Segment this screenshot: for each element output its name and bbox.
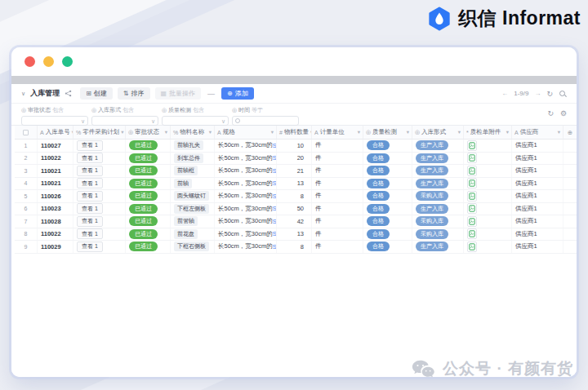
attachment-cell bbox=[464, 140, 512, 152]
table-row: 7110028查看 1已通过前管轴长50cm，宽30cm的SY142件合格采购入… bbox=[15, 215, 577, 228]
minimize-window-button[interactable] bbox=[43, 56, 54, 67]
view-plan-button[interactable]: 查看 1 bbox=[77, 228, 103, 239]
column-header-供应商[interactable]: A供应商▾ bbox=[512, 126, 564, 139]
column-menu-icon[interactable]: ▾ bbox=[558, 129, 560, 135]
inbound-mode-badge: 采购入库 bbox=[416, 216, 448, 226]
collapse-view-icon[interactable]: ∨ bbox=[21, 91, 25, 97]
filter-field-name: 质量检测 bbox=[168, 106, 191, 114]
supplier-cell: 供应商1 bbox=[512, 165, 564, 177]
view-plan-button[interactable]: 查看 1 bbox=[77, 153, 103, 163]
spec-cell: 长50cm，宽30cm的SY1 bbox=[215, 215, 277, 228]
row-number-cell: 2 bbox=[15, 153, 38, 165]
sort-button[interactable]: ⇅ 排序 bbox=[118, 87, 150, 100]
filter-date-input[interactable] bbox=[232, 116, 299, 126]
filter-select[interactable]: ∨ bbox=[91, 116, 158, 126]
supplier-cell: 供应商1 bbox=[512, 153, 564, 165]
add-column-header[interactable]: ⊕ bbox=[564, 126, 577, 139]
column-menu-icon[interactable]: ▾ bbox=[165, 129, 167, 135]
quality-check-badge: 合格 bbox=[367, 179, 390, 188]
refresh-filters-icon[interactable]: ↻ bbox=[547, 109, 554, 117]
link-field-icon: % bbox=[173, 130, 178, 135]
create-button[interactable]: ⊞ 创建 bbox=[80, 87, 113, 100]
filter-select[interactable]: ∨ bbox=[21, 116, 88, 126]
view-plan-button[interactable]: 查看 1 bbox=[77, 166, 103, 176]
approval-status-cell: 已通过 bbox=[126, 228, 171, 241]
row-number: 6 bbox=[24, 206, 28, 211]
gear-icon[interactable]: ⚙ bbox=[560, 109, 567, 117]
quality-check-badge: 合格 bbox=[367, 204, 390, 214]
filter-select[interactable]: ∨ bbox=[162, 116, 229, 126]
text-field-icon: A bbox=[314, 130, 318, 135]
quality-check-cell: 合格 bbox=[363, 215, 412, 228]
view-plan-button[interactable]: 查看 1 bbox=[77, 216, 103, 227]
order-no-cell: 110021 bbox=[38, 165, 74, 177]
view-plan-button[interactable]: 查看 1 bbox=[77, 203, 103, 214]
column-menu-icon[interactable]: ▾ bbox=[209, 129, 212, 135]
filter-group-入库形式: ◎入库形式包含∨ bbox=[91, 106, 158, 126]
view-plan-button[interactable]: 查看 1 bbox=[77, 191, 103, 202]
column-header-审批状态[interactable]: ◎审批状态▾ bbox=[126, 126, 171, 139]
approval-status-badge: 已通过 bbox=[129, 229, 158, 239]
column-header-物料名称[interactable]: %物料名称▾ bbox=[171, 126, 215, 139]
search-icon[interactable] bbox=[559, 90, 567, 98]
row-number: 5 bbox=[24, 193, 28, 199]
row-filler-cell bbox=[564, 178, 577, 190]
next-page-icon[interactable]: → bbox=[534, 90, 541, 97]
quality-check-badge: 合格 bbox=[367, 216, 390, 226]
prev-page-icon[interactable]: ← bbox=[501, 90, 508, 97]
batch-actions-button[interactable]: ▦ 批量操作 bbox=[155, 87, 202, 100]
column-header-计量单位[interactable]: A计量单位▾ bbox=[312, 126, 363, 139]
column-label: 物料名称 bbox=[180, 128, 204, 136]
column-menu-icon[interactable]: ▾ bbox=[407, 129, 409, 135]
view-plan-button[interactable]: 查看 1 bbox=[77, 140, 103, 151]
column-header-规格[interactable]: A规格▾ bbox=[215, 126, 277, 139]
attachment-thumbnail[interactable] bbox=[467, 216, 477, 227]
share-icon[interactable] bbox=[65, 90, 72, 97]
view-plan-button[interactable]: 查看 1 bbox=[77, 242, 103, 252]
row-number-cell: 5 bbox=[15, 190, 38, 202]
attachment-thumbnail[interactable] bbox=[467, 178, 477, 188]
quantity-cell: 8 bbox=[277, 190, 312, 202]
material-name-tag: 下框左侧板 bbox=[174, 204, 209, 214]
column-menu-icon[interactable]: ▾ bbox=[358, 129, 360, 135]
select-all-checkbox[interactable] bbox=[23, 130, 29, 135]
attachment-thumbnail[interactable] bbox=[467, 140, 477, 151]
chrome-strip bbox=[11, 76, 577, 84]
inbound-mode-badge: 采购入库 bbox=[416, 229, 448, 239]
number-field-icon: # bbox=[279, 130, 283, 135]
purchase-plan-cell: 查看 1 bbox=[74, 140, 126, 152]
inbound-mode-cell: 采购入库 bbox=[412, 215, 464, 228]
column-header-入库单号[interactable]: A入库单号▾ bbox=[38, 126, 74, 139]
column-menu-icon[interactable]: ▾ bbox=[121, 129, 123, 135]
add-button[interactable]: ⊕ 添加 bbox=[221, 87, 254, 100]
watermark-text: 公众号 · 有颜有货 bbox=[443, 358, 573, 379]
order-no: 110021 bbox=[41, 167, 61, 175]
maximize-window-button[interactable] bbox=[62, 56, 73, 67]
row-filler-cell bbox=[564, 165, 577, 177]
material-name-tag: 前轴孔夹 bbox=[174, 140, 203, 150]
close-window-button[interactable] bbox=[24, 56, 35, 67]
filter-operator: 包含 bbox=[52, 106, 64, 114]
quantity-value: 20 bbox=[297, 154, 304, 162]
column-header-质量检测[interactable]: ◎质量检测▾ bbox=[363, 126, 412, 139]
quantity-cell: 21 bbox=[277, 165, 312, 177]
filter-label: ◎时间等于 bbox=[232, 106, 299, 114]
inbound-mode-cell: 生产入库 bbox=[412, 140, 464, 152]
column-header-零件采购计划[interactable]: %零件采购计划▾ bbox=[74, 126, 126, 139]
column-menu-icon[interactable]: ▾ bbox=[506, 129, 509, 135]
column-header-入库形式[interactable]: ◎入库形式▾ bbox=[412, 126, 464, 139]
column-header-质检单附件[interactable]: *质检单附件▾ bbox=[464, 126, 512, 139]
quality-check-cell: 合格 bbox=[363, 140, 412, 152]
attachment-thumbnail[interactable] bbox=[467, 191, 477, 202]
view-plan-button[interactable]: 查看 1 bbox=[77, 178, 103, 188]
column-menu-icon[interactable]: ▾ bbox=[458, 129, 461, 135]
attachment-thumbnail[interactable] bbox=[467, 242, 477, 252]
refresh-icon[interactable]: ↻ bbox=[546, 90, 553, 98]
unit-cell: 件 bbox=[312, 190, 363, 202]
column-menu-icon[interactable]: ▾ bbox=[271, 129, 274, 135]
attachment-thumbnail[interactable] bbox=[467, 166, 477, 176]
attachment-thumbnail[interactable] bbox=[467, 153, 477, 163]
attachment-thumbnail[interactable] bbox=[467, 228, 477, 239]
attachment-thumbnail[interactable] bbox=[467, 203, 477, 214]
column-header-物料数量[interactable]: #物料数量▾ bbox=[277, 126, 312, 139]
